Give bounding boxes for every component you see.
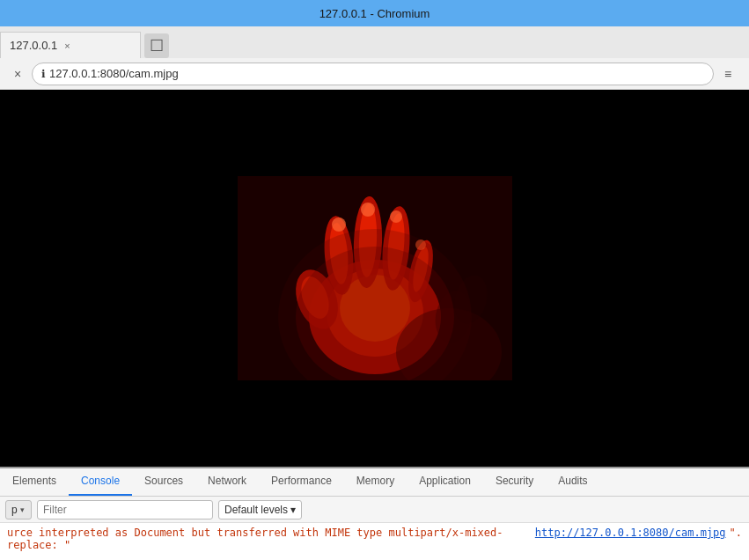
new-tab-icon: ☐ — [150, 36, 164, 55]
filter-input[interactable] — [37, 500, 213, 519]
close-icon: × — [14, 67, 21, 81]
tab-console[interactable]: Console — [69, 468, 132, 496]
tab-performance[interactable]: Performance — [259, 468, 344, 496]
url-text: 127.0.0.1:8080/cam.mjpg — [49, 67, 179, 80]
svg-point-16 — [390, 210, 402, 223]
tab-elements[interactable]: Elements — [0, 468, 69, 496]
svg-point-14 — [332, 217, 346, 232]
tab-application[interactable]: Application — [407, 468, 483, 496]
browser-content — [0, 90, 749, 467]
console-message-suffix: ". — [730, 527, 742, 539]
console-output: urce interpreted as Document but transfe… — [0, 523, 749, 560]
title-bar: 127.0.0.1 - Chromium — [0, 0, 749, 26]
menu-button[interactable]: ≡ — [717, 63, 738, 85]
menu-icon: ≡ — [724, 67, 731, 81]
tab-security[interactable]: Security — [483, 468, 546, 496]
console-message: urce interpreted as Document but transfe… — [7, 527, 742, 551]
tab-label: 127.0.0.1 — [10, 39, 57, 52]
tab-memory[interactable]: Memory — [344, 468, 407, 496]
log-levels-dropdown[interactable]: Default levels ▾ — [218, 500, 302, 519]
tab-audits[interactable]: Audits — [546, 468, 599, 496]
devtools-panel: Elements Console Sources Network Perform… — [0, 467, 749, 560]
tab-close-button[interactable]: × — [64, 41, 70, 51]
address-bar: × ℹ 127.0.0.1:8080/cam.mjpg ≡ — [0, 58, 749, 90]
camera-image — [238, 176, 512, 380]
close-button[interactable]: × — [7, 63, 28, 85]
log-filter-dropdown[interactable]: p ▾ — [5, 500, 32, 519]
window-title: 127.0.0.1 - Chromium — [319, 7, 430, 20]
secure-icon: ℹ — [41, 68, 46, 80]
levels-arrow-icon: ▾ — [290, 504, 296, 516]
tab-network[interactable]: Network — [195, 468, 259, 496]
tab-sources[interactable]: Sources — [132, 468, 195, 496]
devtools-toolbar: p ▾ Default levels ▾ — [0, 497, 749, 523]
console-link[interactable]: http://127.0.0.1:8080/cam.mjpg — [535, 527, 726, 539]
new-tab-button[interactable]: ☐ — [144, 33, 169, 58]
tab-bar: 127.0.0.1 × ☐ — [0, 26, 749, 58]
url-box[interactable]: ℹ 127.0.0.1:8080/cam.mjpg — [32, 63, 714, 85]
devtools-tab-bar: Elements Console Sources Network Perform… — [0, 468, 749, 497]
svg-point-15 — [361, 203, 375, 217]
dropdown-arrow-icon: ▾ — [20, 505, 25, 514]
active-tab[interactable]: 127.0.0.1 × — [0, 32, 141, 58]
console-message-prefix: urce interpreted as Document but transfe… — [7, 527, 532, 551]
